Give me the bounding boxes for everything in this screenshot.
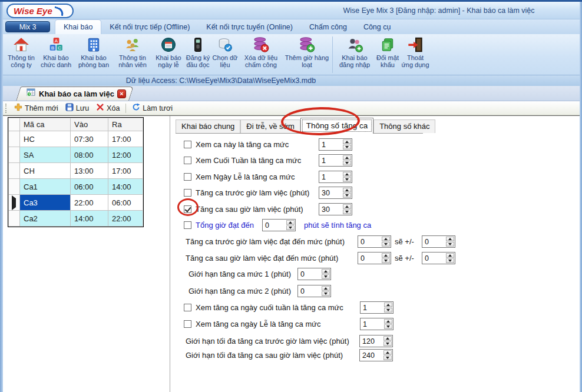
spinner-up-button[interactable] (322, 286, 330, 291)
spinner[interactable]: 1 (360, 318, 393, 330)
spinner[interactable]: 1 (319, 154, 352, 167)
close-tab-icon[interactable]: × (117, 89, 126, 98)
spinner-up-button[interactable] (446, 237, 454, 241)
menu-tab-ket-noi-offline[interactable]: Kết nối trực tiếp (Offline) (101, 20, 198, 34)
table-row[interactable]: HC 07:30 17:00 (9, 131, 143, 147)
svg-text:C: C (58, 45, 61, 51)
menu-tab-cham-cong[interactable]: Chấm công (301, 20, 355, 34)
logo-text: Wise Eye (14, 6, 52, 16)
checkbox[interactable] (184, 304, 191, 311)
form-row-holiday-level: Xem Ngày Lễ là tăng ca mức 1 (184, 170, 352, 183)
save-button[interactable]: Lưu (62, 102, 92, 115)
add-new-button[interactable]: Thêm mới (11, 102, 62, 115)
checkbox[interactable] (184, 157, 191, 164)
ribbon-item-company-info[interactable]: Thông tin công ty (5, 35, 37, 68)
spinner-up-button[interactable] (382, 237, 390, 241)
panel-splitter[interactable] (170, 116, 170, 392)
spinner-up-button[interactable] (343, 155, 351, 160)
spinner-down-button[interactable] (286, 225, 295, 230)
form-row-weekend-ot-level: Xem tăng ca ngày cuối tuần là tăng ca mứ… (184, 301, 393, 314)
spinner[interactable]: 30 (319, 203, 352, 215)
spinner[interactable]: 1 (360, 301, 393, 314)
ribbon-item-delete-attendance-data[interactable]: Xóa dữ liệu chấm công (239, 35, 283, 68)
spinner-up-button[interactable] (343, 204, 351, 209)
ribbon-item-holidays[interactable]: Khai báo ngày lễ (153, 35, 184, 68)
spinner-up-button[interactable] (383, 336, 392, 341)
spinner[interactable]: 0 (422, 235, 455, 248)
menu-tab-khai-bao[interactable]: Khai báo (55, 19, 101, 34)
ribbon-item-select-data[interactable]: Chọn dữ liệu (211, 35, 239, 68)
spinner[interactable]: 1 (319, 138, 352, 151)
ribbon-item-job-titles[interactable]: ABC Khai báo chức danh (37, 35, 75, 68)
spinner-down-button[interactable] (322, 274, 330, 279)
spinner-up-button[interactable] (382, 253, 390, 258)
spinner-down-button[interactable] (446, 242, 454, 247)
spinner[interactable]: 1 (319, 171, 352, 183)
spinner[interactable]: 240 (359, 349, 393, 361)
table-row[interactable]: Ca2 14:00 22:00 (9, 211, 143, 227)
eye-swoosh-icon (52, 6, 65, 16)
spinner-up-button[interactable] (384, 319, 392, 324)
ribbon-item-login-accounts[interactable]: Khai báo đăng nhập (335, 35, 375, 68)
tab-khai-bao-chung[interactable]: Khai báo chung (176, 119, 240, 133)
table-row[interactable]: Ca1 06:00 14:00 (9, 179, 143, 195)
spinner-down-button[interactable] (322, 291, 330, 296)
delete-x-icon (96, 103, 104, 113)
tab-thong-so-khac[interactable]: Thông số khác (373, 119, 435, 133)
checkbox[interactable] (184, 320, 191, 328)
spinner-down-button[interactable] (382, 258, 390, 263)
spinner[interactable]: 0 (262, 219, 296, 231)
spinner[interactable]: 0 (358, 252, 391, 264)
spinner[interactable]: 0 (422, 252, 455, 264)
current-row-arrow-icon (12, 195, 16, 210)
spinner-up-button[interactable] (322, 269, 330, 274)
ribbon-item-register-reader[interactable]: Đăng ký đầu đọc (184, 35, 211, 68)
spinner-down-button[interactable] (343, 193, 351, 198)
spinner-up-button[interactable] (446, 253, 454, 258)
spinner[interactable]: 30 (319, 187, 352, 199)
ribbon-item-employee-info[interactable]: Thông tin nhân viên (113, 35, 153, 68)
database-check-icon (217, 36, 233, 54)
ribbon-item-bulk-add-hours[interactable]: Thêm giờ hàng loạt (283, 35, 330, 68)
spinner-down-button[interactable] (343, 177, 351, 182)
spinner-down-button[interactable] (383, 356, 392, 360)
spinner-down-button[interactable] (343, 145, 351, 150)
spinner[interactable]: 0 (297, 268, 331, 280)
spinner-down-button[interactable] (383, 341, 392, 346)
spinner[interactable]: 0 (358, 235, 391, 248)
delete-button[interactable]: Xóa (92, 102, 123, 115)
checkbox[interactable] (184, 173, 191, 181)
spinner-up-button[interactable] (383, 350, 392, 355)
col-header-ra[interactable]: Ra (108, 118, 143, 131)
spinner-down-button[interactable] (343, 210, 351, 214)
col-header-ma-ca[interactable]: Mã ca (20, 118, 71, 131)
spinner[interactable]: 0 (297, 285, 331, 297)
table-row-selected[interactable]: Ca3 22:00 06:00 (9, 195, 143, 211)
spinner-up-button[interactable] (343, 188, 351, 192)
spinner-down-button[interactable] (382, 242, 390, 247)
ribbon-item-exit-app[interactable]: Thoát ứng dụng (401, 35, 430, 68)
spinner-down-button[interactable] (446, 258, 454, 263)
spinner-down-button[interactable] (384, 324, 392, 329)
menu-tab-ket-noi-online[interactable]: Kết nối trực tuyến (Online) (198, 20, 301, 34)
refresh-button[interactable]: Làm tươi (128, 102, 176, 115)
spinner-down-button[interactable] (384, 308, 392, 313)
checkbox[interactable] (184, 189, 191, 197)
table-row[interactable]: SA 08:00 12:00 (9, 147, 143, 163)
col-header-vao[interactable]: Vào (71, 118, 108, 131)
ribbon-item-change-password[interactable]: Đổi mật khẩu (375, 35, 401, 68)
ribbon-item-departments[interactable]: Khai báo phòng ban (75, 35, 113, 68)
document-tab-shifts[interactable]: Khai báo ca làm việc × (25, 87, 131, 101)
spinner-down-button[interactable] (343, 161, 351, 165)
checkbox[interactable] (184, 221, 191, 229)
checkbox[interactable] (184, 141, 191, 148)
app-menu-button[interactable]: Mix 3 (5, 21, 50, 32)
spinner-up-button[interactable] (343, 172, 351, 177)
spinner-up-button[interactable] (343, 139, 351, 144)
menu-tab-cong-cu[interactable]: Công cụ (355, 20, 399, 34)
window-title: Wise Eye Mix 3 [Đăng nhập: admin] - Khai… (297, 6, 580, 15)
table-row[interactable]: CH 13:00 17:00 (9, 163, 143, 179)
spinner[interactable]: 120 (359, 335, 393, 347)
spinner-up-button[interactable] (384, 303, 392, 307)
spinner-up-button[interactable] (286, 220, 295, 225)
